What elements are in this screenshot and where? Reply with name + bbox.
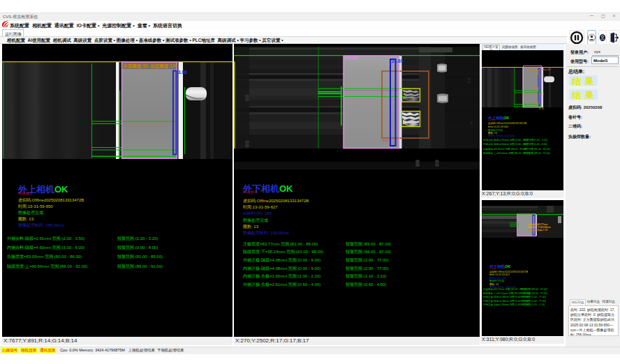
svg-text:12.04: 12.04 <box>539 93 545 96</box>
svg-text:内侧正极-负极=1.90: 内侧正极-负极=1.90 <box>528 229 547 232</box>
svg-text:12.04: 12.04 <box>539 107 545 110</box>
svg-text:12.04: 12.04 <box>539 75 545 78</box>
svg-text:灰度阈值:93, 动态阈值:100: 灰度阈值:93, 动态阈值:100 <box>526 68 551 71</box>
svg-text:NG:0: NG:0 <box>383 139 390 142</box>
svg-text:3.88: 3.88 <box>178 70 187 75</box>
svg-text:AI检测框: AI检测框 <box>345 56 359 61</box>
svg-text:灰度阈值:93, 动态阈值:100: 灰度阈值:93, 动态阈值:100 <box>122 63 177 69</box>
svg-text:23.69: 23.69 <box>392 59 404 63</box>
